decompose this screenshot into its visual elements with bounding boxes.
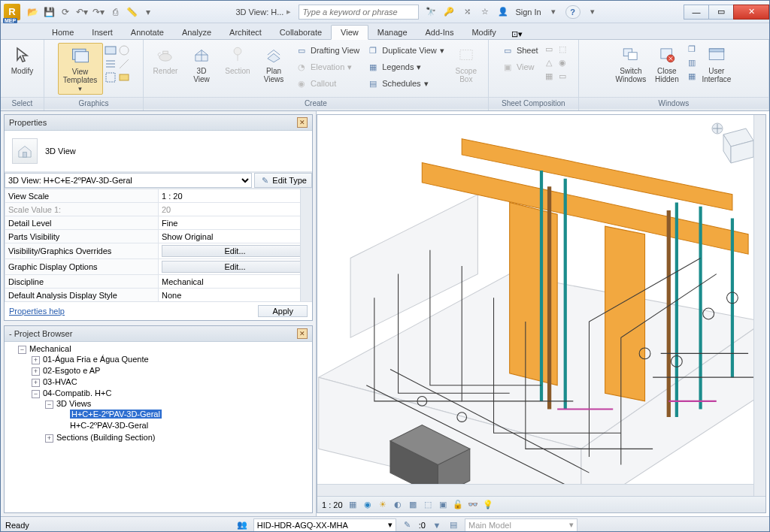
browser-close-icon[interactable]: ✕ [297, 328, 308, 339]
properties-type-row[interactable]: 3D View [5, 131, 312, 172]
schedules-button[interactable]: ▤Schedules ▾ [364, 76, 447, 91]
canvas-3d[interactable] [317, 115, 765, 512]
shadows-icon[interactable]: ◐ [393, 500, 403, 510]
filter-icon[interactable]: ▼ [432, 520, 442, 530]
cascade-icon[interactable]: ▥ [686, 56, 698, 68]
expand-icon[interactable]: + [32, 379, 40, 387]
undo-icon[interactable]: ↶▾ [76, 6, 88, 18]
user-interface-button[interactable]: User Interface [699, 43, 734, 85]
qat-more-icon[interactable]: ▾ [142, 6, 154, 18]
properties-close-icon[interactable]: ✕ [297, 117, 308, 128]
switch-windows-button[interactable]: Switch Windows [614, 43, 648, 85]
place-view-button[interactable]: ▣View [499, 59, 541, 74]
tree-node-mechanical[interactable]: −Mechanical +01-Água Fria e Água Quente … [18, 343, 312, 445]
3d-view-button[interactable]: 3D View [184, 43, 219, 85]
app-menu-icon[interactable]: RMEP [4, 4, 20, 20]
prop-row-discipline[interactable]: DisciplineMechanical [5, 275, 312, 289]
maximize-button[interactable]: ▭ [708, 5, 734, 20]
ribbon-collapse-icon[interactable]: ⊡▾ [511, 29, 523, 39]
prop-row-scalevalue[interactable]: Scale Value 1:20 [5, 203, 312, 216]
tab-addins[interactable]: Add-Ins [417, 26, 463, 39]
crop-region-icon[interactable]: ▣ [438, 500, 448, 510]
tab-analyze[interactable]: Analyze [173, 26, 220, 39]
active-workset-dropdown[interactable]: HID-HDR-AGQ-XX-MHA▾ [253, 518, 396, 532]
close-button[interactable]: ✕ [733, 5, 769, 20]
temp-hide-icon[interactable]: 👓 [468, 500, 478, 510]
revisions-icon[interactable]: △ [543, 56, 555, 68]
modify-button[interactable]: Modify [5, 43, 40, 77]
show-hidden-icon[interactable] [105, 71, 117, 83]
reveal-hidden-icon[interactable]: 💡 [483, 500, 493, 510]
prop-row-viewscale[interactable]: View Scale1 : 20 [5, 189, 312, 203]
prop-row-gdo[interactable]: Graphic Display OptionsEdit... [5, 259, 312, 275]
plan-views-button[interactable]: Plan Views [256, 43, 291, 85]
viewport-scroll-horizontal[interactable] [317, 484, 753, 496]
expand-icon[interactable]: + [32, 367, 40, 376]
properties-instance-select[interactable]: 3D View: H+C+E-2ºPAV-3D-Geral [5, 173, 252, 188]
properties-help-link[interactable]: Properties help [9, 307, 65, 316]
key-icon[interactable]: 🔑 [443, 6, 455, 18]
collapse-icon[interactable]: − [18, 346, 26, 354]
expand-icon[interactable]: + [45, 434, 53, 443]
gdo-edit-button[interactable]: Edit... [162, 261, 308, 273]
sync-icon[interactable]: ⟳ [59, 6, 71, 18]
tree-node-3d-2[interactable]: ·H+C-2ºPAV-3D-Geral [59, 420, 312, 431]
prop-row-detail[interactable]: Detail LevelFine [5, 216, 312, 230]
apply-button[interactable]: Apply [258, 305, 308, 317]
viewport-icon[interactable]: ▭ [556, 70, 568, 82]
tree-node-sections[interactable]: +Sections (Building Section) [45, 432, 312, 443]
title-block-icon[interactable]: ▭ [543, 43, 555, 55]
detail-level-icon[interactable]: ▦ [347, 500, 358, 510]
visual-style-icon[interactable]: ◉ [362, 500, 373, 510]
crop-view-icon[interactable]: ⬚ [423, 500, 433, 510]
matchline-icon[interactable]: ⬚ [556, 43, 568, 55]
signin-link[interactable]: Sign In [515, 8, 541, 17]
tab-view[interactable]: View [331, 25, 368, 40]
replicate-icon[interactable]: ❐ [686, 43, 698, 55]
tree-node-3dviews[interactable]: −3D Views ·H+C+E-2ºPAV-3D-Geral ·H+C-2ºP… [45, 398, 312, 432]
view-scale-display[interactable]: 1 : 20 [322, 500, 343, 509]
help-icon[interactable]: ? [565, 5, 581, 19]
viewport-scroll-vertical[interactable] [753, 115, 765, 496]
tab-collaborate[interactable]: Collaborate [271, 26, 331, 39]
tab-manage[interactable]: Manage [368, 26, 417, 39]
unlock-3d-icon[interactable]: 🔓 [453, 500, 463, 510]
vg-edit-button[interactable]: Edit... [162, 245, 308, 257]
edit-type-button[interactable]: ✎ Edit Type [254, 173, 312, 188]
exchange-icon[interactable]: ⤮ [461, 6, 473, 18]
help-caret-icon[interactable]: ▾ [587, 6, 599, 18]
duplicate-view-button[interactable]: ❐Duplicate View ▾ [364, 43, 447, 58]
legends-button[interactable]: ▦Legends ▾ [364, 59, 447, 74]
redo-icon[interactable]: ↷▾ [92, 6, 105, 18]
tab-insert[interactable]: Insert [83, 26, 122, 39]
sun-path-icon[interactable]: ☀ [377, 500, 388, 510]
view-ref-icon[interactable]: ◉ [556, 56, 568, 68]
collapse-icon[interactable]: − [45, 401, 53, 409]
callout-button[interactable]: ◉Callout [293, 76, 362, 91]
cut-profile-icon[interactable] [118, 58, 130, 70]
star-icon[interactable]: ☆ [479, 6, 491, 18]
prop-row-analysis[interactable]: Default Analysis Display StyleNone [5, 289, 312, 302]
save-icon[interactable]: 💾 [43, 6, 55, 18]
tree-node-04[interactable]: −04-Compatib. H+C −3D Views ·H+C+E-2ºPAV… [32, 388, 312, 444]
open-icon[interactable]: 📂 [26, 6, 38, 18]
tab-annotate[interactable]: Annotate [122, 26, 173, 39]
tab-home[interactable]: Home [43, 26, 83, 39]
rendering-icon[interactable]: ▩ [408, 500, 418, 510]
close-hidden-button[interactable]: Close Hidden [650, 43, 684, 85]
remove-hidden-icon[interactable] [118, 44, 130, 56]
render-button[interactable]: Render [148, 43, 183, 77]
scope-box-button[interactable]: Scope Box [449, 43, 484, 85]
tree-node-03[interactable]: +03-HVAC [32, 376, 312, 388]
binoculars-icon[interactable]: 🔭 [425, 6, 437, 18]
tree-node-01[interactable]: +01-Água Fria e Água Quente [32, 354, 312, 365]
render-gallery-icon[interactable] [118, 71, 130, 83]
thin-lines-icon[interactable] [105, 58, 117, 70]
signin-caret-icon[interactable]: ▾ [547, 6, 559, 18]
tab-architect[interactable]: Architect [220, 26, 271, 39]
measure-icon[interactable]: 📏 [126, 6, 138, 18]
tree-node-3d-selected[interactable]: ·H+C+E-2ºPAV-3D-Geral [59, 409, 312, 420]
sheet-button[interactable]: ▭Sheet [499, 43, 541, 58]
drafting-view-button[interactable]: ▭Drafting View [293, 43, 362, 58]
design-options-icon[interactable]: ▤ [448, 520, 459, 530]
